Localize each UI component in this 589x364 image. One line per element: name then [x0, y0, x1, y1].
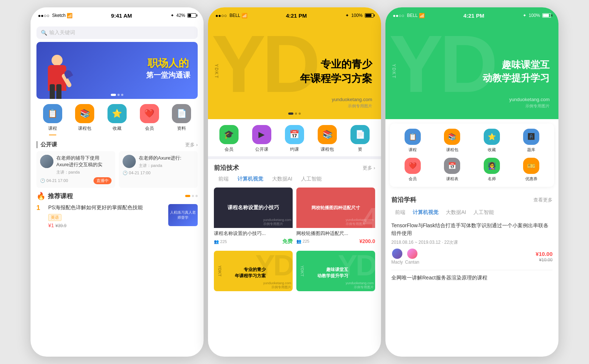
card-students-1: 👥 225 — [214, 239, 227, 244]
card-meta-2: 👥 225 ¥200.0 — [296, 238, 375, 244]
course-card-p2-3[interactable]: YDKT YD 专业的青少年课程学习方案 yunduoketang.com示例专… — [214, 251, 293, 291]
thumb-watermark-2: yunduoketang.com示例专用图片 — [346, 218, 374, 226]
banner-dots-1 — [111, 94, 123, 96]
teacher3-icon: 👩‍🏫 — [484, 158, 500, 174]
subject-course-1-title: TensorFlow与Flask结合打造手写体数字识别通过一个小案例出串联各组件… — [391, 222, 553, 237]
packages-label: 课程包 — [78, 125, 91, 132]
recommend-item-1[interactable]: 1 PS海报配色详解如何更好的掌握配色技能 英语 ¥1 ¥39.9 人机练习真人… — [36, 204, 198, 228]
nav2-schedule[interactable]: 📅 约课 — [285, 125, 304, 153]
filter-cv[interactable]: 计算机视觉 — [233, 174, 268, 184]
schedule3-label: 课程表 — [446, 176, 458, 182]
course-card-p2-1[interactable]: 课程名称设置的小技巧 yunduoketang.com示例专用图片 课程名称设置… — [214, 188, 293, 247]
recommend-section: 🔥 推荐课程 1 PS海报配色详解如何更好的掌握配色技能 英语 ¥1 ¥39.9 — [31, 188, 204, 231]
nav3-coupon[interactable]: 🎫 优惠券 — [512, 158, 551, 182]
subject-more[interactable]: 查看更多 — [533, 197, 553, 203]
instructor-name-cantan: Cantan — [405, 260, 419, 265]
signal-dots-1: ●●○○ — [38, 13, 49, 18]
courses-label: 课程 — [48, 125, 57, 132]
search-placeholder: 输入关键词 — [49, 29, 75, 36]
nav3-schedule[interactable]: 📅 课程表 — [433, 158, 472, 182]
course-card-p2-4[interactable]: YDKT YD 趣味课堂互动教学提升学习 yunduoketang.com示例专… — [296, 251, 375, 291]
thumb-red: 网校轮播图四种适配尺寸 4 yunduoketang.com示例专用图片 — [296, 188, 375, 228]
coupon3-icon: 🎫 — [523, 158, 539, 174]
original-price-1: ¥10.00 — [536, 257, 553, 263]
rd-1 — [185, 195, 190, 197]
banner-dot-3 — [121, 94, 123, 96]
nav-icon-courses[interactable]: 📋 课程 — [43, 104, 62, 135]
sf-cv[interactable]: 计算机视觉 — [409, 208, 442, 217]
section2-more[interactable]: 更多 › — [363, 165, 375, 171]
nav2-public[interactable]: ▶ 公开课 — [252, 125, 271, 153]
favorites3-label: 收藏 — [488, 147, 496, 153]
sf-bigdata[interactable]: 大数据AI — [442, 208, 470, 217]
banner-dots-2 — [288, 113, 301, 115]
course-time-2: 🕐 04-21 17:00 — [123, 171, 151, 175]
course-card-1-header: 在老师的辅导下使用Axure进行交互稿的实 主讲：panda — [40, 155, 112, 175]
sf-ai[interactable]: 人工智能 — [470, 208, 498, 217]
instructor-1: Macly — [391, 249, 403, 265]
course-time-1: 🕐 04-21 17:00 — [40, 178, 68, 183]
signal-2: ●●○○ — [215, 13, 227, 18]
course-instructor-1: 主讲：panda — [56, 169, 112, 175]
nav-icon-material[interactable]: 📄 资料 — [172, 104, 191, 135]
subject-course-2[interactable]: 全网唯一讲解React服务器渲染原理的课程 — [391, 274, 553, 289]
nav-icon-member[interactable]: ❤️ 会员 — [140, 104, 159, 135]
banner3-text: 趣味课堂互 动教学提升学习 — [483, 58, 550, 85]
wifi-2: 📶 — [241, 13, 247, 18]
nav2-member[interactable]: 🎓 会员 — [219, 125, 239, 153]
bt-3: ✦ — [523, 13, 526, 18]
filter-frontend[interactable]: 前端 — [214, 174, 233, 184]
subject-course-1-footer: Macly Cantan ¥10.00 ¥10.00 — [391, 249, 553, 265]
icon-grid-1: 📋 课程 📚 课程包 ⭐ 收藏 ❤️ 会员 📄 资料 — [31, 99, 204, 138]
banner2-line1: 专业的青少 — [300, 57, 372, 71]
nav3-packages[interactable]: 📚 课程包 — [433, 129, 472, 153]
course-card-1-info: 在老师的辅导下使用Axure进行交互稿的实 主讲：panda — [56, 155, 112, 175]
schedule3-icon: 📅 — [444, 158, 460, 174]
search-bar[interactable]: 🔍 输入关键词 — [36, 26, 198, 39]
packages3-icon: 📚 — [444, 129, 460, 145]
status-right-2: ✦ 100% — [345, 13, 374, 18]
nav3-member[interactable]: ❤️ 会员 — [393, 158, 433, 182]
recommend-info-1: PS海报配色详解如何更好的掌握配色技能 英语 ¥1 ¥39.9 — [48, 204, 164, 228]
icon-card-3: 📋 课程 📚 课程包 ⭐ 收藏 🅰 题库 ❤️ 会员 — [390, 124, 554, 187]
status-bar-1: ●●○○ Sketch 📶 9:41 AM ✦ 42% — [31, 7, 204, 24]
phone-2: ●●○○ BELL 📶 4:21 PM ✦ 100% YD YDKT 专业的青少… — [208, 7, 381, 357]
course-card-2[interactable]: 在老师的Axure进行: 主讲：panda 🕐 04-21 17:00 — [119, 151, 198, 188]
recommend-thumb-1: 人机练习真人老师督学 — [168, 204, 198, 226]
nav2-packages[interactable]: 📚 课程包 — [318, 125, 337, 153]
nav3-teacher[interactable]: 👩‍🏫 名师 — [472, 158, 512, 182]
public2-icon: ▶ — [252, 125, 271, 144]
course-card-2-header: 在老师的Axure进行: 主讲：panda — [123, 155, 194, 168]
battery-3 — [542, 13, 551, 18]
course-card-1[interactable]: 在老师的辅导下使用Axure进行交互稿的实 主讲：panda 🕐 04-21 1… — [36, 151, 115, 188]
nav-icon-favorites[interactable]: ⭐ 收藏 — [107, 104, 127, 135]
ydkt-3: YDKT — [218, 265, 222, 276]
filter-bigdata[interactable]: 大数据AI — [268, 174, 297, 184]
course-card-p2-2[interactable]: 网校轮播图四种适配尺寸 4 yunduoketang.com示例专用图片 网校轮… — [296, 188, 375, 247]
nav-icon-packages[interactable]: 📚 课程包 — [75, 104, 94, 135]
banner3-line1: 趣味课堂互 — [483, 58, 550, 71]
battery-pct-1: 42% — [176, 13, 185, 18]
filter-ai[interactable]: 人工智能 — [297, 174, 326, 184]
nav3-question[interactable]: 🅰 题库 — [512, 129, 551, 153]
nav2-material[interactable]: 📄 资 — [350, 125, 370, 153]
sf-frontend[interactable]: 前端 — [391, 208, 409, 217]
nav3-favorites[interactable]: ⭐ 收藏 — [472, 129, 512, 153]
public-course-more[interactable]: 更多 › — [185, 142, 198, 148]
battery-pct-2: 100% — [351, 13, 363, 18]
course-card-2-info: 在老师的Axure进行: 主讲：panda — [139, 155, 181, 168]
phone3-content: YD YDKT 趣味课堂互 动教学提升学习 yunduoketang.com 示… — [385, 24, 558, 357]
nav3-courses[interactable]: 📋 课程 — [393, 129, 433, 153]
subject-course-1[interactable]: TensorFlow与Flask结合打造手写体数字识别通过一个小案例出串联各组件… — [391, 222, 553, 270]
material2-label: 资 — [358, 146, 362, 153]
public-course-header: 公开课 更多 › — [31, 138, 204, 151]
card-name-1: 课程名称设置的小技巧... — [214, 230, 293, 237]
subject-title: 前沿学科 — [391, 196, 416, 204]
banner2-ydkt: YDKT — [214, 64, 219, 79]
card-students-2: 👥 225 — [296, 239, 309, 244]
status-left-2: ●●○○ BELL 📶 — [215, 13, 247, 18]
wm-4: yunduoketang.com示例专用图片 — [346, 281, 374, 290]
status-left-3: ●●○○ BELL 📶 — [393, 13, 425, 18]
bt-1: ✦ — [170, 13, 174, 18]
banner-2: YD YDKT 专业的青少 年课程学习方案 yunduoketang.com 示… — [208, 24, 381, 119]
